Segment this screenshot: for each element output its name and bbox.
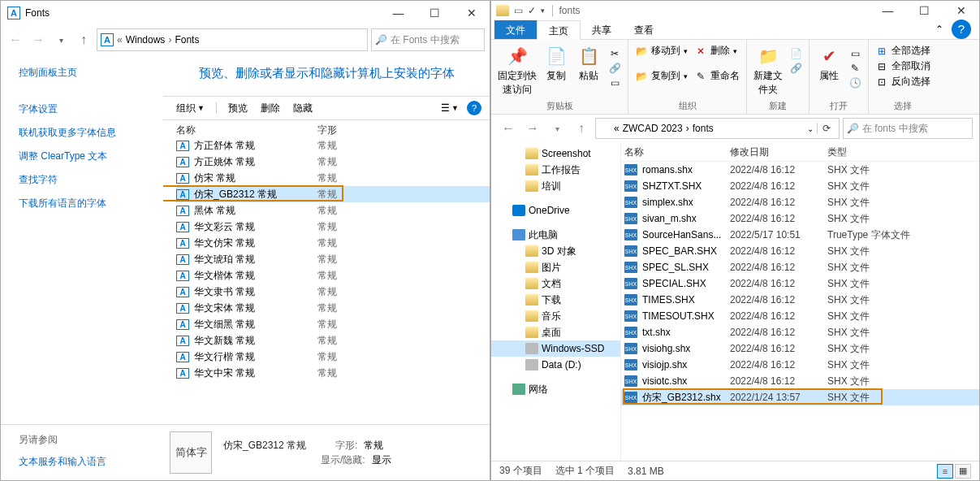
pin-button[interactable]: 📌固定到快速访问 xyxy=(498,43,537,97)
paste-shortcut-button[interactable]: ▭ xyxy=(608,76,621,90)
maximize-button[interactable]: ☐ xyxy=(417,2,453,24)
copyto-button[interactable]: 📂复制到 ▾ xyxy=(635,68,688,84)
tree-item[interactable]: 桌面 xyxy=(491,324,620,340)
invert-selection-button[interactable]: ⊡反向选择 xyxy=(875,74,930,89)
sidebar-link[interactable]: 下载所有语言的字体 xyxy=(19,197,155,210)
sidebar-link[interactable]: 字体设置 xyxy=(19,102,155,116)
font-row[interactable]: A 华文细黑 常规 常规 xyxy=(176,316,490,332)
font-row[interactable]: A 华文行楷 常规 常规 xyxy=(176,349,490,365)
select-all-button[interactable]: ⊞全部选择 xyxy=(875,43,930,58)
font-row[interactable]: A 华文宋体 常规 常规 xyxy=(176,300,490,316)
delete-button[interactable]: ✕删除 ▾ xyxy=(694,43,740,58)
tree-item[interactable]: 音乐 xyxy=(491,308,620,324)
paste-button[interactable]: 📋粘贴 xyxy=(576,43,602,83)
new-folder-button[interactable]: 📁新建文件夹 xyxy=(753,43,783,97)
font-row[interactable]: A 仿宋 常规 常规 xyxy=(176,170,490,186)
cut-button[interactable]: ✂ xyxy=(608,46,621,61)
search-input[interactable]: 🔍 在 fonts 中搜索 xyxy=(843,118,973,139)
file-row[interactable]: SHX 仿宋_GB2312.shx 2022/1/24 13:57 SHX 文件 xyxy=(621,389,979,405)
font-row[interactable]: A 华文彩云 常规 常规 xyxy=(176,219,490,235)
file-row[interactable]: SHX visiohg.shx 2022/4/8 16:12 SHX 文件 xyxy=(621,340,979,357)
col-date[interactable]: 修改日期 xyxy=(730,145,827,159)
history-button[interactable]: 🕓 xyxy=(848,76,861,90)
properties-button[interactable]: ✔属性 xyxy=(816,43,842,83)
up-button[interactable]: ↑ xyxy=(571,119,592,138)
qat-button[interactable]: ▭ xyxy=(512,5,525,16)
minimize-button[interactable]: — xyxy=(380,2,417,24)
help-button[interactable]: ? xyxy=(467,101,481,115)
tab-share[interactable]: 共享 xyxy=(581,20,623,39)
col-type[interactable]: 类型 xyxy=(827,145,925,159)
file-row[interactable]: SHX txt.shx 2022/4/8 16:12 SHX 文件 xyxy=(621,324,979,340)
ribbon-collapse-button[interactable]: ⌃ xyxy=(927,20,952,39)
file-row[interactable]: SHX TIMESOUT.SHX 2022/4/8 16:12 SHX 文件 xyxy=(621,308,979,324)
file-row[interactable]: SHX TIMES.SHX 2022/4/8 16:12 SHX 文件 xyxy=(621,292,979,308)
breadcrumb-seg[interactable]: ZWCAD 2023 xyxy=(623,123,683,134)
file-row[interactable]: SHX sivan_m.shx 2022/4/8 16:12 SHX 文件 xyxy=(621,210,979,227)
tab-home[interactable]: 主页 xyxy=(537,20,581,40)
tree-item[interactable]: Windows-SSD xyxy=(491,340,620,357)
file-row[interactable]: SHX SPEC_SL.SHX 2022/4/8 16:12 SHX 文件 xyxy=(621,259,979,275)
view-mode-button[interactable]: ☰ ▼ xyxy=(436,101,464,115)
qat-dropdown[interactable]: ▾ xyxy=(539,6,546,15)
address-bar[interactable]: « ZWCAD 2023 › fonts ⌄ ⟳ xyxy=(595,118,840,139)
breadcrumb-seg[interactable]: Windows xyxy=(126,34,166,46)
file-row[interactable]: SHX SourceHanSans... 2022/5/17 10:51 Tru… xyxy=(621,227,979,243)
qat-button[interactable]: ✓ xyxy=(526,5,537,16)
sidebar-link[interactable]: 查找字符 xyxy=(19,173,155,187)
col-shape[interactable]: 字形 xyxy=(317,124,399,137)
address-bar[interactable]: A « Windows › Fonts xyxy=(97,28,368,51)
up-button[interactable]: ↑ xyxy=(74,30,93,50)
back-button[interactable]: ← xyxy=(498,119,519,138)
back-button[interactable]: ← xyxy=(6,30,25,50)
tree-item[interactable]: Data (D:) xyxy=(491,357,620,373)
font-row[interactable]: A 华文仿宋 常规 常规 xyxy=(176,235,490,251)
edit-button[interactable]: ✎ xyxy=(848,61,861,76)
see-also-link[interactable]: 文本服务和输入语言 xyxy=(19,455,145,469)
recent-dropdown[interactable]: ▾ xyxy=(51,30,71,50)
file-row[interactable]: SHX SPECIAL.SHX 2022/4/8 16:12 SHX 文件 xyxy=(621,275,979,292)
tree-item[interactable]: 工作报告 xyxy=(491,162,620,178)
tree-item[interactable]: 3D 对象 xyxy=(491,243,620,259)
font-row[interactable]: A 华文新魏 常规 常规 xyxy=(176,332,490,349)
tree-item[interactable]: 下载 xyxy=(491,292,620,308)
hide-button[interactable]: 隐藏 xyxy=(288,100,317,117)
tree-item[interactable]: 文档 xyxy=(491,275,620,292)
tree-item[interactable]: 此电脑 xyxy=(491,227,620,243)
easy-access-button[interactable]: 🔗 xyxy=(789,61,802,76)
tree-item[interactable]: 培训 xyxy=(491,178,620,194)
close-button[interactable]: ✕ xyxy=(943,0,979,22)
tab-view[interactable]: 查看 xyxy=(623,20,665,39)
delete-button[interactable]: 删除 xyxy=(256,100,285,117)
select-none-button[interactable]: ⊟全部取消 xyxy=(875,58,930,74)
open-button[interactable]: ▭ xyxy=(848,46,861,61)
font-row[interactable]: A 华文楷体 常规 常规 xyxy=(176,267,490,284)
address-dropdown[interactable]: ⌄ xyxy=(807,124,814,133)
tree-item[interactable]: OneDrive xyxy=(491,202,620,219)
sidebar-link[interactable]: 联机获取更多字体信息 xyxy=(19,126,155,140)
details-view-button[interactable]: ≡ xyxy=(937,464,953,479)
sidebar-link[interactable]: 调整 ClearType 文本 xyxy=(19,150,155,163)
file-row[interactable]: SHX visiojp.shx 2022/4/8 16:12 SHX 文件 xyxy=(621,357,979,373)
breadcrumb-seg[interactable]: Fonts xyxy=(175,34,199,46)
breadcrumb-seg[interactable]: fonts xyxy=(693,123,714,134)
file-row[interactable]: SHX simplex.shx 2022/4/8 16:12 SHX 文件 xyxy=(621,194,979,210)
sidebar-header[interactable]: 控制面板主页 xyxy=(19,66,155,80)
tab-file[interactable]: 文件 xyxy=(494,20,537,39)
tree-item[interactable]: 网络 xyxy=(491,381,620,397)
close-button[interactable]: ✕ xyxy=(453,2,490,24)
font-row[interactable]: A 华文琥珀 常规 常规 xyxy=(176,251,490,267)
help-button[interactable]: ? xyxy=(952,20,971,39)
file-row[interactable]: SHX SHZTXT.SHX 2022/4/8 16:12 SHX 文件 xyxy=(621,178,979,194)
tree-item[interactable]: Screenshot xyxy=(491,145,620,162)
new-item-button[interactable]: 📄 xyxy=(789,46,802,61)
col-name[interactable]: 名称 xyxy=(624,145,730,159)
preview-button[interactable]: 预览 xyxy=(223,100,253,117)
file-row[interactable]: SHX SPEC_BAR.SHX 2022/4/8 16:12 SHX 文件 xyxy=(621,243,979,259)
recent-dropdown[interactable]: ▾ xyxy=(546,119,568,138)
forward-button[interactable]: → xyxy=(522,119,543,138)
file-row[interactable]: SHX romans.shx 2022/4/8 16:12 SHX 文件 xyxy=(621,162,979,178)
file-row[interactable]: SHX visiotc.shx 2022/4/8 16:12 SHX 文件 xyxy=(621,373,979,389)
font-row[interactable]: A 方正舒体 常规 常规 xyxy=(176,137,490,154)
copy-button[interactable]: 📄复制 xyxy=(543,43,569,83)
